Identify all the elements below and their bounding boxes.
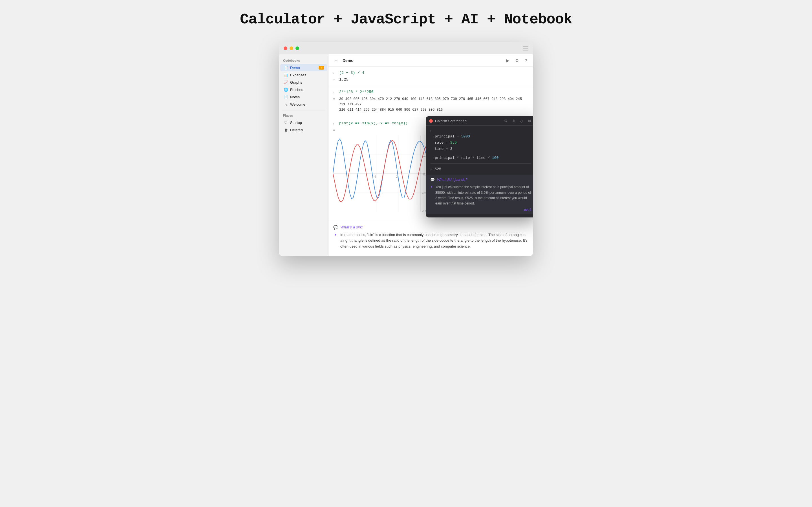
run-button[interactable]: ▶ (505, 58, 510, 63)
main-layout: Codebooks 📄 Demo ⚡ 📊 Expenses 📈 Graphs 🌐… (279, 54, 533, 256)
codebooks-label: Codebooks (279, 58, 328, 64)
title-bar (279, 42, 533, 54)
scratchpad-close-button[interactable] (429, 119, 433, 123)
sidebar-item-graphs[interactable]: 📈 Graphs (280, 78, 327, 86)
cell-output: 1.25 (339, 77, 348, 82)
ai-question-row: 💬 What's a sin? (328, 222, 533, 231)
ai-answer-text: In mathematics, "sin" is a function that… (340, 232, 528, 249)
star-icon: ☆ (284, 102, 288, 107)
cell-equals: = (333, 97, 337, 101)
scratchpad-title: Calcish Scratchpad (435, 119, 501, 123)
cell-output-line2: 210 611 414 266 254 884 915 640 806 627 … (339, 107, 528, 113)
scratchpad: Calcish Scratchpad ⚙ ⬆ ◇ ⊕ › principal =… (426, 116, 533, 217)
ai-question-text: What's a sin? (340, 225, 363, 229)
sidebar-item-label: Startup (290, 121, 324, 125)
sidebar-item-label: Fetches (290, 88, 324, 92)
sidebar-toggle[interactable] (523, 46, 528, 50)
ai-question-icon: 💬 (333, 225, 338, 230)
sidebar-item-label: Deleted (290, 128, 324, 132)
svg-text:-4: -4 (373, 175, 376, 178)
sidebar-item-label: Demo (290, 66, 317, 70)
notes-icon: 📄 (284, 95, 288, 99)
sidebar-item-deleted[interactable]: 🗑 Deleted (280, 126, 327, 133)
scratchpad-erase[interactable]: ◇ (519, 119, 524, 123)
sp-result-value: 525 (435, 167, 441, 171)
sidebar-item-startup[interactable]: ♡ Startup (280, 119, 327, 126)
add-tab-button[interactable]: + (333, 57, 339, 64)
sp-ai-question-text: What did I just do? (437, 177, 467, 182)
sidebar-badge: ⚡ (319, 66, 324, 69)
maximize-button[interactable] (296, 47, 299, 50)
settings-button[interactable]: ⚙ (514, 58, 519, 63)
sp-ai-answer-icon: ✦ (430, 185, 433, 189)
sp-code-line-2[interactable]: rate = 3.5 (430, 140, 531, 146)
app-window: Codebooks 📄 Demo ⚡ 📊 Expenses 📈 Graphs 🌐… (279, 42, 533, 256)
cell-input[interactable]: 2**128 * 2**256 (339, 90, 373, 94)
document-icon: 📄 (284, 65, 288, 70)
places-label: Places (279, 113, 328, 119)
sp-ai-answer-text: You just calculated the simple interest … (435, 184, 531, 206)
ai-answer-icon: ✦ (333, 232, 338, 237)
minimize-button[interactable] (290, 47, 293, 50)
sidebar-item-fetches[interactable]: 🌐 Fetches (280, 86, 327, 93)
scratchpad-settings[interactable]: ⚙ (503, 119, 509, 123)
sidebar-item-expenses[interactable]: 📊 Expenses (280, 71, 327, 78)
sidebar-item-demo[interactable]: 📄 Demo ⚡ (280, 64, 327, 71)
ai-answer-row: ✦ In mathematics, "sin" is a function th… (328, 231, 533, 253)
sp-ai-question-icon: 💬 (430, 177, 435, 182)
sidebar-item-label: Notes (290, 95, 324, 99)
sp-code-line-1[interactable]: principal = 5000 (430, 133, 531, 140)
cell-1: › (2 + 3) / 4 = 1.25 (328, 67, 533, 86)
cell-input[interactable]: plot(x => sin(x), x => cos(x)) (339, 121, 408, 125)
cell-arrow: › (333, 90, 337, 94)
sp-ai-question-row: 💬 What did I just do? (430, 177, 531, 182)
globe-icon: 🌐 (284, 87, 288, 92)
cell-4-ai: 💬 What's a sin? ✦ In mathematics, "sin" … (328, 219, 533, 256)
trash-icon: 🗑 (284, 128, 288, 132)
tab-bar: + Demo ▶ ⚙ ? (328, 54, 533, 67)
sidebar-item-welcome[interactable]: ☆ Welcome (280, 101, 327, 108)
cell-equals: = (333, 128, 337, 132)
sidebar-divider (282, 110, 325, 110)
sp-ai-answer-row: ✦ You just calculated the simple interes… (430, 184, 531, 206)
sp-equals: = (430, 167, 433, 171)
sidebar-item-label: Graphs (290, 80, 324, 84)
scratchpad-expand[interactable]: ⊕ (527, 119, 532, 123)
cell-arrow: › (333, 71, 337, 75)
sidebar-item-notes[interactable]: 📄 Notes (280, 93, 327, 101)
sp-divider (430, 163, 531, 164)
svg-text:-2: -2 (395, 175, 398, 178)
cell-2: › 2**128 * 2**256 = 39 402 006 196 394 4… (328, 86, 533, 117)
scratchpad-titlebar: Calcish Scratchpad ⚙ ⬆ ◇ ⊕ (426, 116, 533, 126)
help-button[interactable]: ? (523, 58, 528, 63)
sidebar: Codebooks 📄 Demo ⚡ 📊 Expenses 📈 Graphs 🌐… (279, 54, 328, 256)
content-area: + Demo ▶ ⚙ ? › (2 + 3) / 4 = (328, 54, 533, 256)
page-title: Calculator + JavaScript + AI + Notebook (240, 11, 572, 28)
cell-arrow: › (333, 121, 337, 126)
cell-equals: = (333, 77, 337, 82)
chart-icon: 📈 (284, 80, 288, 84)
sidebar-item-label: Expenses (290, 73, 324, 77)
scratchpad-share[interactable]: ⬆ (511, 119, 517, 123)
sp-code-line-3[interactable]: time = 3 (430, 146, 531, 152)
scratchpad-content: › principal = 5000 rate = 3.5 time = 3 p… (426, 126, 533, 217)
sp-cell-arrow: › (430, 129, 531, 132)
cell-input[interactable]: (2 + 3) / 4 (339, 71, 364, 75)
tab-title: Demo (343, 58, 502, 63)
sidebar-item-label: Welcome (290, 102, 324, 107)
close-button[interactable] (284, 47, 287, 50)
sp-ai-section: 💬 What did I just do? ✦ You just calcula… (426, 175, 533, 214)
heart-icon: ♡ (284, 120, 288, 125)
table-icon: 📊 (284, 73, 288, 77)
sp-code-line-4[interactable]: principal * rate * time / 100 (430, 155, 531, 161)
sp-model-label: gpt-4 (430, 206, 531, 211)
sp-result-row: = 525 (430, 166, 531, 172)
cell-output-line1: 39 402 006 196 394 479 212 279 040 100 1… (339, 97, 528, 107)
